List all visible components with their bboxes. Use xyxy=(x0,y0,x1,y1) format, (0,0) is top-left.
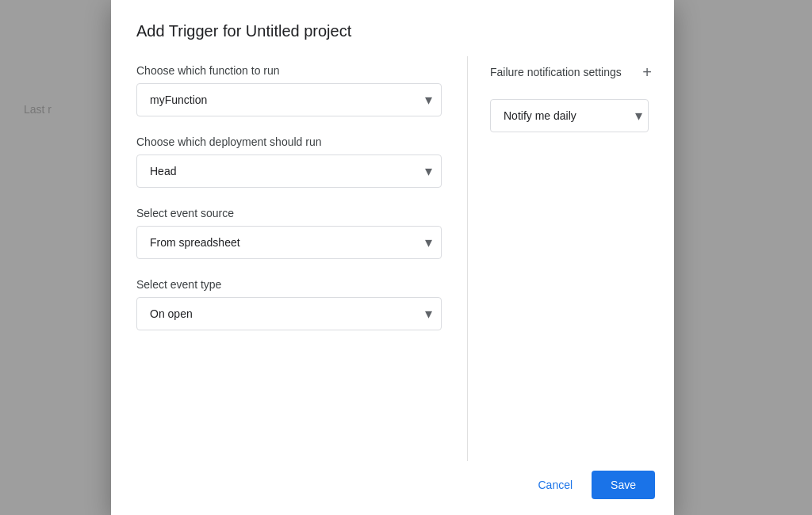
modal-left-panel: Choose which function to run myFunction … xyxy=(111,56,468,461)
failure-section-header: Failure notification settings + xyxy=(490,64,652,80)
modal-title: Add Trigger for Untitled project xyxy=(136,22,649,40)
notify-dropdown[interactable]: Notify me daily Notify me weekly Notify … xyxy=(490,99,649,132)
deployment-dropdown-wrapper: Head ▾ xyxy=(136,154,442,188)
event-source-section: Select event source From spreadsheet ▾ xyxy=(136,207,442,259)
event-source-dropdown[interactable]: From spreadsheet xyxy=(136,226,442,259)
background-text: Last r xyxy=(24,103,52,116)
event-type-dropdown[interactable]: On open xyxy=(136,297,442,330)
deployment-section: Choose which deployment should run Head … xyxy=(136,135,442,188)
function-section: Choose which function to run myFunction … xyxy=(136,64,442,116)
failure-label: Failure notification settings xyxy=(490,66,622,78)
event-type-dropdown-wrapper: On open ▾ xyxy=(136,297,442,330)
deployment-dropdown[interactable]: Head xyxy=(136,154,442,188)
notify-dropdown-wrapper: Notify me daily Notify me weekly Notify … xyxy=(490,99,652,132)
event-source-label: Select event source xyxy=(136,207,442,219)
function-dropdown-wrapper: myFunction ▾ xyxy=(136,83,442,116)
modal-header: Add Trigger for Untitled project xyxy=(111,0,674,56)
function-label: Choose which function to run xyxy=(136,64,442,77)
modal-footer: Cancel Save xyxy=(111,461,674,515)
save-button[interactable]: Save xyxy=(592,471,655,499)
deployment-label: Choose which deployment should run xyxy=(136,135,442,148)
event-source-dropdown-wrapper: From spreadsheet ▾ xyxy=(136,226,442,259)
event-type-section: Select event type On open ▾ xyxy=(136,278,442,330)
plus-icon[interactable]: + xyxy=(642,64,652,80)
modal-dialog: Add Trigger for Untitled project Choose … xyxy=(111,0,674,515)
cancel-button[interactable]: Cancel xyxy=(525,471,585,499)
function-dropdown[interactable]: myFunction xyxy=(136,83,442,116)
modal-body: Choose which function to run myFunction … xyxy=(111,56,674,461)
modal-right-panel: Failure notification settings + Notify m… xyxy=(468,56,674,461)
event-type-label: Select event type xyxy=(136,278,442,291)
